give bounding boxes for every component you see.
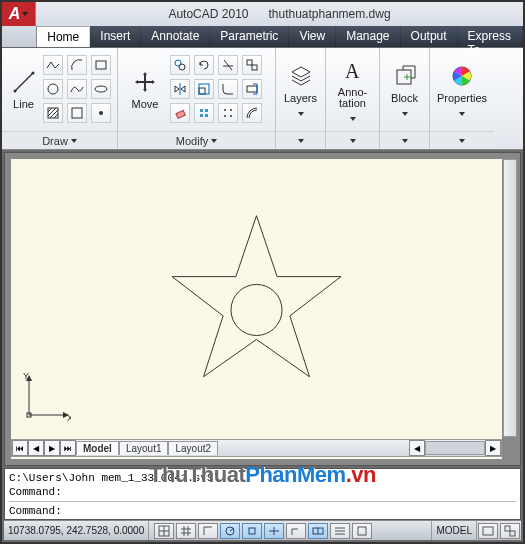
tab-annotate[interactable]: Annotate [141,26,210,47]
region-icon[interactable] [67,103,87,123]
fillet-icon[interactable] [218,79,238,99]
ribbon-tab-spacer [2,26,37,47]
svg-rect-41 [358,527,366,535]
offset-icon[interactable] [242,103,262,123]
lineweight-toggle[interactable] [330,523,350,539]
svg-rect-43 [505,526,510,531]
svg-rect-10 [138,81,152,83]
stretch-icon[interactable] [242,79,262,99]
line-button[interactable]: Line [6,52,41,128]
layout-tab-bar: ⏮ ◀ ▶ ⏭ Model Layout1 Layout2 ◀ ▶ [11,439,502,457]
rectangle-icon[interactable] [91,55,111,75]
application-menu-button[interactable]: A [2,2,36,26]
scroll-right-button[interactable]: ▶ [485,440,501,456]
panel-layers-dropdown[interactable] [276,131,325,149]
array-icon[interactable] [218,103,238,123]
app-menu-logo: A [9,5,21,23]
chevron-down-icon [350,117,356,121]
status-model-button[interactable]: MODEL [431,521,477,540]
arc-icon[interactable] [67,55,87,75]
horizontal-scrollbar-thumb[interactable] [425,441,485,455]
osnap-toggle[interactable] [242,523,262,539]
spline-icon[interactable] [67,79,87,99]
svg-rect-17 [247,86,257,92]
scale-icon[interactable] [194,79,214,99]
command-window[interactable]: C:\Users\John mem_1_33_0041.sv$ Command:… [4,468,521,520]
circle-icon[interactable] [43,79,63,99]
svg-rect-13 [247,60,252,65]
svg-point-23 [224,109,226,111]
vertical-scrollbar[interactable] [503,159,517,437]
nav-prev-button[interactable]: ◀ [28,440,44,456]
point-icon[interactable] [91,103,111,123]
tab-insert[interactable]: Insert [90,26,141,47]
dyn-toggle[interactable] [308,523,328,539]
nav-last-button[interactable]: ⏭ [60,440,76,456]
svg-rect-16 [199,84,209,94]
trim-icon[interactable] [218,55,238,75]
app-title: AutoCAD 2010 [168,7,248,21]
command-prompt[interactable]: Command: [9,501,516,518]
svg-rect-18 [176,110,185,118]
svg-rect-19 [200,109,203,112]
layout-tab-layout2[interactable]: Layout2 [168,441,218,455]
nav-first-button[interactable]: ⏮ [12,440,28,456]
panel-properties-dropdown[interactable] [430,131,494,149]
polyline-icon[interactable] [43,55,63,75]
properties-button[interactable]: Properties [434,52,490,128]
svg-point-24 [230,109,232,111]
svg-point-2 [31,71,34,74]
rotate-icon[interactable] [194,55,214,75]
annotation-button[interactable]: A Anno-tation [330,52,375,128]
chevron-down-icon [211,139,217,143]
polar-toggle[interactable] [220,523,240,539]
panel-block-dropdown[interactable] [380,131,429,149]
snap-toggle[interactable] [154,523,174,539]
ellipse-icon[interactable] [91,79,111,99]
panel-annotation-dropdown[interactable] [326,131,379,149]
drawing-canvas[interactable]: Y X [11,159,502,459]
copy-icon[interactable] [170,55,190,75]
svg-rect-7 [72,108,82,118]
tab-parametric[interactable]: Parametric [210,26,289,47]
tab-output[interactable]: Output [401,26,458,47]
qp-toggle[interactable] [352,523,372,539]
panel-draw: Line Draw [2,48,118,149]
ucs-icon: Y X [21,373,71,425]
block-button[interactable]: Block [384,52,425,128]
status-bar: 10738.0795, 242.7528, 0.0000 MODEL [4,520,521,540]
ducs-toggle[interactable] [286,523,306,539]
chevron-down-icon [298,112,304,116]
mirror-icon[interactable] [170,79,190,99]
scroll-left-button[interactable]: ◀ [409,440,425,456]
erase-icon[interactable] [170,103,190,123]
document-title: thuthuatphanmem.dwg [268,7,390,21]
nav-next-button[interactable]: ▶ [44,440,60,456]
panel-block: Block [380,48,430,149]
line-label: Line [13,98,34,110]
layout-tab-layout1[interactable]: Layout1 [119,441,169,455]
otrack-toggle[interactable] [264,523,284,539]
panel-draw-label[interactable]: Draw [2,131,117,149]
ortho-toggle[interactable] [198,523,218,539]
move-button[interactable]: Move [122,52,168,128]
explode-icon[interactable] [194,103,214,123]
hatch-icon[interactable] [43,103,63,123]
quickview-drawings-icon[interactable] [500,523,520,539]
layout-tab-model[interactable]: Model [76,441,119,455]
tab-view[interactable]: View [289,26,336,47]
ribbon-tabs: Home Insert Annotate Parametric View Man… [2,26,523,48]
layers-button[interactable]: Layers [280,52,321,128]
extend-icon[interactable] [242,55,262,75]
svg-rect-20 [205,109,208,112]
tab-home[interactable]: Home [37,26,90,47]
svg-point-31 [231,284,282,335]
panel-modify-label[interactable]: Modify [118,131,275,149]
svg-point-8 [99,111,103,115]
quickview-layouts-icon[interactable] [478,523,498,539]
grid-toggle[interactable] [176,523,196,539]
svg-rect-44 [510,531,515,536]
tab-express-tools[interactable]: Express To [458,26,523,47]
properties-label: Properties [437,92,487,104]
tab-manage[interactable]: Manage [336,26,400,47]
